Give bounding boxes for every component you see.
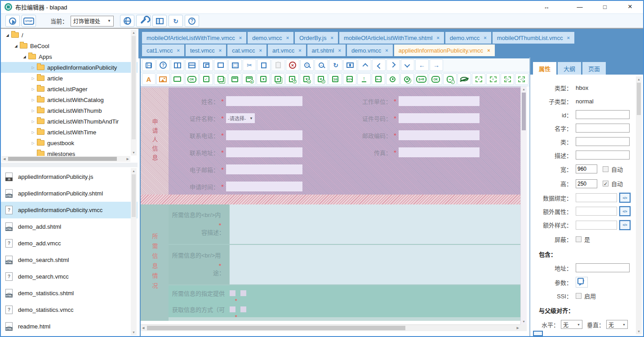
scroll-down-icon[interactable]: ▼ — [636, 330, 642, 333]
name-input[interactable] — [576, 124, 630, 133]
tree-vscrollbar[interactable]: ▲ ▼ — [131, 30, 137, 155]
button-checked-element-button[interactable]: ▪▪✓ — [443, 73, 457, 85]
expand-icon[interactable]: ▷ — [30, 66, 36, 70]
tab-close-icon[interactable]: × — [567, 35, 569, 40]
file-item[interactable]: </>HTMLappliedInformationPublicity.shtml — [1, 185, 138, 202]
tree-vscroll-thumb[interactable] — [132, 36, 136, 139]
site-select[interactable]: 灯饰管理处 ▼ — [71, 16, 114, 27]
collapse-icon[interactable]: ◢ — [4, 33, 10, 37]
select-copy-element-button[interactable]: ▼© — [314, 73, 328, 85]
editor-tab[interactable]: demo.vmcc× — [445, 32, 491, 44]
radio-group-element-button[interactable] — [400, 73, 414, 85]
address-input[interactable] — [576, 263, 630, 272]
input-element-button[interactable] — [171, 73, 184, 85]
refresh-button[interactable]: ↻ — [169, 15, 183, 27]
spinner-element-button[interactable]: +− — [372, 73, 385, 85]
calendar-time-element-button[interactable]: ● — [242, 73, 256, 85]
split-view-button[interactable] — [152, 15, 167, 27]
zoom-out-button[interactable]: − — [315, 59, 328, 71]
canvas-hscroll-thumb[interactable] — [147, 326, 405, 330]
expand-icon[interactable]: ▷ — [30, 98, 36, 102]
scroll-up-icon[interactable]: ▲ — [131, 31, 137, 34]
scroll-up-icon[interactable]: ▲ — [521, 88, 527, 91]
file-item[interactable]: </>HTMLdemo_add.shtml — [1, 218, 138, 235]
zoom-in-button[interactable]: + — [300, 59, 314, 71]
insert-left-button[interactable]: ◁ — [515, 73, 529, 85]
editor-tab[interactable]: demo.vmcc× — [347, 44, 393, 56]
chevron-down-button[interactable] — [401, 59, 414, 71]
wrap-left-button[interactable]: ‹ — [486, 73, 500, 85]
field-input[interactable] — [399, 96, 480, 106]
upload-element-button[interactable]: ↑ — [357, 73, 371, 85]
field-textarea[interactable] — [230, 204, 520, 244]
select-group-element-button[interactable]: ▼ — [271, 73, 284, 85]
scroll-down-icon[interactable]: ▼ — [131, 331, 137, 334]
panel-bottom-icon-partial[interactable] — [533, 331, 543, 336]
refresh-button[interactable]: ↻ — [329, 59, 342, 71]
editor-tab[interactable]: test.vmcc× — [186, 44, 226, 56]
editor-tab[interactable]: cat1.vmcc× — [142, 44, 184, 56]
inner-select-button[interactable] — [228, 59, 242, 71]
file-item[interactable]: ?demo_statistics.vmcc — [1, 302, 138, 318]
select-element-button[interactable]: ▼ — [257, 73, 270, 85]
calendar16-element-button[interactable]: 16 — [329, 73, 342, 85]
databind-input[interactable] — [576, 193, 617, 202]
text-element-button[interactable]: A — [142, 73, 155, 85]
file-item[interactable]: ?demo_add.vmcc — [1, 235, 138, 252]
horizontal-select[interactable]: 无 ▼ — [561, 320, 582, 329]
split-horizontal-button[interactable] — [185, 59, 199, 71]
field-input[interactable] — [226, 164, 302, 174]
scroll-left-icon[interactable]: ◀ — [142, 326, 144, 330]
height-auto-checkbox[interactable] — [603, 181, 608, 186]
editor-tab[interactable]: mobileOfArticleListWithTime.shtml× — [339, 32, 444, 44]
cut-button[interactable]: ✂ — [243, 59, 256, 71]
select-link-element-button[interactable]: ▼∞ — [300, 73, 313, 85]
checkbox-element-button[interactable]: ✓ — [200, 73, 213, 85]
scroll-down-icon[interactable]: ▼ — [131, 151, 137, 154]
width-auto-checkbox[interactable] — [603, 166, 608, 172]
ok-button2-element-button[interactable]: OK — [429, 73, 442, 85]
expand-icon[interactable]: ▷ — [30, 120, 36, 124]
run-button[interactable] — [5, 15, 20, 27]
tab-close-icon[interactable]: × — [259, 48, 262, 53]
editor-tab[interactable]: OrderBy.js× — [295, 32, 338, 44]
tab-close-icon[interactable]: × — [286, 35, 289, 40]
expand-icon[interactable]: ▷ — [30, 109, 36, 113]
design-canvas[interactable]: 申请人信息 姓名：*工作单位：*证件名称：*-请选择-▼证件号码：*联系电话：*… — [141, 86, 529, 336]
tab-close-icon[interactable]: × — [298, 48, 301, 53]
scroll-left-icon[interactable]: ◀ — [3, 157, 5, 161]
editor-tab[interactable]: mobileOfArticleListWithTime.vmcc× — [142, 32, 246, 44]
collapse-icon[interactable]: ◢ — [22, 55, 27, 59]
minimize-button[interactable]: — — [575, 4, 585, 10]
canvas-hscrollbar[interactable]: ◀ ▶ — [141, 324, 520, 331]
properties-vscroll-thumb[interactable] — [637, 83, 641, 115]
field-textarea[interactable] — [230, 245, 520, 284]
file-item[interactable]: </>HTMLreadme.html — [1, 318, 138, 335]
collapse-icon[interactable]: ◢ — [13, 44, 19, 48]
files-vscrollbar[interactable]: ▲ ▼ — [131, 168, 137, 335]
field-input[interactable] — [226, 147, 302, 157]
delete-button[interactable]: × — [286, 59, 299, 71]
files-vscroll-thumb[interactable] — [132, 174, 136, 217]
expand-icon[interactable]: ▷ — [30, 141, 36, 145]
chevron-right-button[interactable] — [386, 59, 400, 71]
insert-right-button[interactable]: ▷ — [501, 73, 514, 85]
tree-item-articleListPager[interactable]: ▷articleListPager — [1, 84, 138, 94]
hide-element-button[interactable] — [457, 73, 471, 85]
scroll-up-icon[interactable]: ▲ — [131, 169, 137, 173]
editor-tab[interactable]: cat.vmcc× — [227, 44, 266, 56]
field-input[interactable] — [399, 130, 480, 140]
arrow-right-button[interactable]: → — [430, 59, 443, 71]
checkbox-group-element-button[interactable]: ✓ — [214, 73, 227, 85]
field-input[interactable] — [399, 113, 480, 123]
stop-button[interactable]: STOP — [22, 15, 36, 27]
image-element-button[interactable] — [156, 73, 170, 85]
form-design-area[interactable]: 申请人信息 姓名：*工作单位：*证件名称：*-请选择-▼证件号码：*联系电话：*… — [141, 86, 520, 324]
tab-close-icon[interactable]: × — [331, 35, 333, 40]
form-checkbox[interactable] — [230, 306, 235, 312]
canvas-vscroll-thumb[interactable] — [522, 93, 526, 130]
tree-hscroll-thumb[interactable] — [8, 157, 117, 161]
field-input[interactable] — [226, 130, 302, 140]
id-input[interactable] — [576, 110, 630, 119]
scroll-down-icon[interactable]: ▼ — [521, 320, 527, 323]
